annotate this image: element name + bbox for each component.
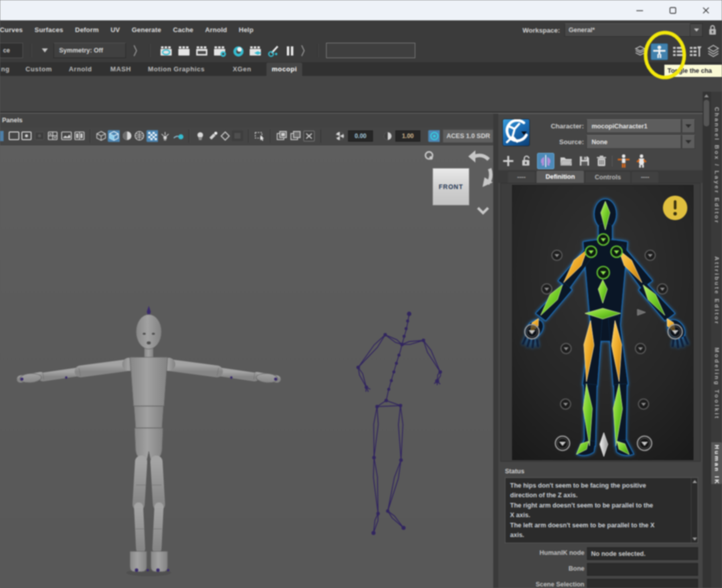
- panel-splitter[interactable]: [493, 114, 498, 588]
- half-shaded-sphere-icon[interactable]: [121, 130, 132, 142]
- section-expander-icon[interactable]: [301, 44, 305, 58]
- warning-badge[interactable]: [663, 196, 687, 220]
- scene-selection-field[interactable]: [587, 579, 698, 588]
- scroll-up-icon[interactable]: [703, 93, 710, 99]
- menu-curves[interactable]: Curves: [0, 20, 29, 40]
- menu-deform[interactable]: Deform: [69, 20, 105, 40]
- create-character-icon[interactable]: [502, 154, 515, 168]
- scene-slate-dpr-icon[interactable]: [195, 44, 210, 58]
- status-message-box[interactable]: The hips don't seem to be facing the pos…: [505, 477, 698, 543]
- menu-uv[interactable]: UV: [105, 20, 126, 40]
- snapshot-a-icon[interactable]: [276, 130, 287, 142]
- select-region-icon[interactable]: [254, 130, 265, 142]
- viewcube-rotate-arrows-icon[interactable]: [466, 146, 493, 217]
- two-pane-icon[interactable]: [73, 130, 86, 142]
- character-controls-toggle-icon[interactable]: [651, 43, 668, 60]
- panel-scrollbar[interactable]: [703, 92, 710, 588]
- shelf-tab-mocopi[interactable]: mocopi: [266, 63, 302, 76]
- pane-disabled-icon[interactable]: [34, 130, 45, 142]
- character-definition-diagram[interactable]: [512, 185, 693, 460]
- pause-icon[interactable]: [284, 44, 297, 58]
- minimize-button[interactable]: [628, 0, 651, 20]
- humanik-logo[interactable]: [502, 119, 530, 146]
- default-lighting-icon[interactable]: [159, 130, 170, 142]
- view-transform-eye-icon[interactable]: [428, 130, 440, 142]
- snapshot-b-icon[interactable]: [289, 130, 301, 142]
- four-pane-icon[interactable]: [47, 130, 59, 142]
- quick-selection-input[interactable]: [326, 43, 415, 58]
- load-skeleton-definition-icon[interactable]: [559, 154, 573, 168]
- bone-field[interactable]: [587, 563, 698, 576]
- pane-image-icon[interactable]: [61, 130, 72, 142]
- single-pane-icon[interactable]: [8, 130, 20, 142]
- channel-box-toggle-icon[interactable]: [672, 44, 685, 59]
- viewcube-front-face[interactable]: FRONT: [433, 168, 469, 205]
- menu-surfaces[interactable]: Surfaces: [29, 20, 69, 40]
- menu-generate[interactable]: Generate: [126, 20, 167, 40]
- scene-slate-gear-icon[interactable]: [213, 44, 228, 58]
- workspace-dropdown[interactable]: General*: [565, 23, 690, 37]
- scene-slate-icon[interactable]: [177, 44, 193, 58]
- scene-slate-layers-icon[interactable]: [249, 44, 264, 58]
- tab-modeling-toolkit[interactable]: Modeling Toolkit: [711, 345, 722, 433]
- tab-controls[interactable]: Controls: [585, 172, 630, 183]
- scrollbar-thumb[interactable]: [704, 100, 709, 126]
- gamma-field[interactable]: 1.00: [395, 130, 420, 142]
- record-ring-icon[interactable]: [231, 44, 246, 58]
- menu-cache[interactable]: Cache: [167, 20, 199, 40]
- mocap-skeleton[interactable]: [352, 306, 448, 548]
- shelf-tab-rigging[interactable]: ng: [1, 63, 10, 76]
- tab-dash-left[interactable]: ----: [508, 172, 535, 183]
- disabled-square-icon[interactable]: [231, 130, 243, 142]
- source-dropdown-button[interactable]: [682, 135, 695, 149]
- tab-attribute-editor[interactable]: Attribute Editor: [711, 254, 722, 336]
- shaded-cube-icon[interactable]: [108, 130, 119, 142]
- source-dropdown[interactable]: None: [586, 135, 681, 149]
- tab-dash-right[interactable]: ----: [632, 172, 659, 183]
- viewcube-home-icon[interactable]: [423, 150, 435, 162]
- view-transform-dropdown[interactable]: ACES 1.0 SDR: [443, 129, 493, 143]
- chevron-down-icon[interactable]: [42, 48, 48, 52]
- tab-human-ik[interactable]: Human IK: [711, 442, 722, 484]
- wireframe-cube-icon[interactable]: [95, 130, 106, 142]
- exposure-icon[interactable]: [334, 130, 345, 142]
- lock-workspace-icon[interactable]: [708, 24, 717, 36]
- mirror-definition-button[interactable]: [537, 153, 554, 169]
- shelf-tab-xgen[interactable]: XGen: [233, 63, 251, 76]
- scroll-up-icon[interactable]: [691, 479, 698, 484]
- character-dropdown-button[interactable]: [682, 119, 695, 133]
- workspace-dropdown-button[interactable]: [690, 23, 703, 37]
- modeling-toolkit-toggle-icon[interactable]: [633, 44, 647, 59]
- layered-view-toggle-icon[interactable]: [706, 44, 720, 60]
- checker-material-icon[interactable]: [146, 130, 158, 142]
- menu-arnold[interactable]: Arnold: [199, 20, 233, 40]
- skeleton-pose-icon[interactable]: [635, 154, 648, 168]
- panels-menu[interactable]: Panels: [2, 117, 22, 124]
- pane-dot-icon[interactable]: [21, 130, 32, 142]
- tab-definition[interactable]: Definition: [537, 171, 584, 183]
- flashlight-icon[interactable]: [207, 130, 218, 142]
- humanik-node-field[interactable]: No node selected.: [587, 547, 698, 560]
- menu-help[interactable]: Help: [233, 20, 259, 40]
- maximize-button[interactable]: [661, 0, 684, 20]
- character-dropdown[interactable]: mocopiCharacter1: [586, 119, 681, 133]
- isolate-select-icon[interactable]: [303, 130, 315, 142]
- section-expander-icon[interactable]: [133, 44, 137, 58]
- stance-pose-icon[interactable]: [617, 154, 630, 168]
- textured-sphere-icon[interactable]: [133, 130, 145, 142]
- exposure-field[interactable]: 0.00: [348, 130, 373, 142]
- tab-channel-box-layer-editor[interactable]: Channel Box / Layer Editor: [711, 104, 722, 243]
- status-scrollbar[interactable]: [691, 478, 698, 543]
- scene-slate-eye-icon[interactable]: [159, 44, 175, 58]
- shelf-tab-mash[interactable]: MASH: [111, 63, 131, 76]
- lock-definition-icon[interactable]: [519, 154, 532, 168]
- link-cut-icon[interactable]: [266, 44, 282, 58]
- scroll-down-icon[interactable]: [691, 537, 698, 542]
- diamond-outline-icon[interactable]: [220, 130, 230, 142]
- teal-marker-icon[interactable]: [172, 130, 184, 142]
- close-button[interactable]: [694, 0, 717, 20]
- viewport-3d-view[interactable]: FRONT: [0, 146, 493, 588]
- shelf-tab-motion-graphics[interactable]: Motion Graphics: [148, 63, 205, 76]
- save-skeleton-definition-icon[interactable]: [578, 154, 591, 168]
- symmetry-dropdown[interactable]: Symmetry: Off: [54, 43, 126, 58]
